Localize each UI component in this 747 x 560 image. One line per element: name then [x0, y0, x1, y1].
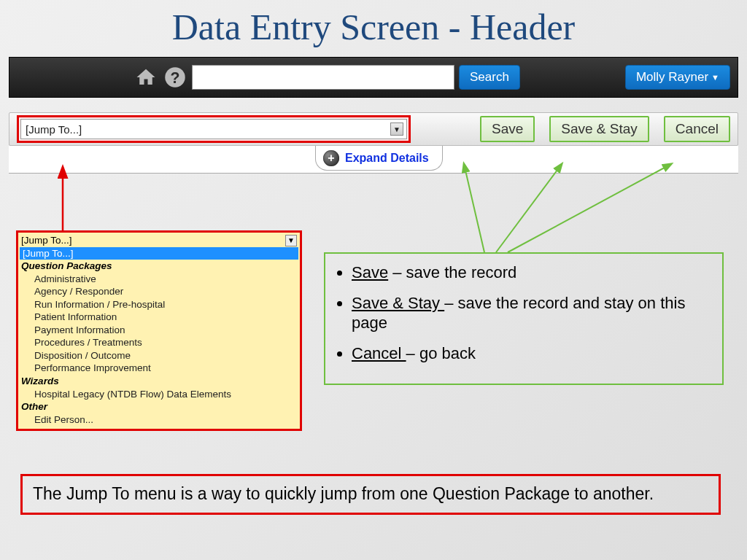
info-callout: Save – save the record Save & Stay – sav…	[324, 252, 724, 385]
slide-title: Data Entry Screen - Header	[0, 0, 747, 48]
chevron-down-icon: ▼	[285, 235, 297, 246]
svg-line-5	[508, 164, 671, 252]
dropdown-item[interactable]: Edit Person...	[20, 413, 298, 427]
jump-to-select[interactable]: [Jump To...] ▼	[20, 119, 407, 139]
dropdown-selected-item[interactable]: [Jump To...]	[20, 247, 298, 260]
info-item: Save – save the record	[352, 262, 709, 283]
jump-to-highlight: [Jump To...] ▼	[17, 115, 411, 143]
dropdown-item[interactable]: Performance Improvement	[20, 362, 298, 375]
dropdown-item[interactable]: Patient Information	[20, 311, 298, 324]
svg-text:?: ?	[171, 69, 180, 87]
dropdown-group-label: Other	[20, 400, 298, 413]
dropdown-item[interactable]: Procedures / Treatments	[20, 336, 298, 349]
expand-label: Expand Details	[345, 152, 429, 165]
dropdown-item[interactable]: Run Information / Pre-hospital	[20, 298, 298, 311]
jump-to-value: [Jump To...]	[26, 123, 82, 136]
search-input[interactable]	[192, 65, 454, 90]
dropdown-item[interactable]: Disposition / Outcome	[20, 349, 298, 362]
user-name-label: Molly Rayner	[636, 70, 708, 85]
user-menu-button[interactable]: Molly Rayner ▼	[625, 65, 730, 90]
plus-icon: +	[323, 150, 339, 166]
action-row: [Jump To...] ▼ Save Save & Stay Cancel	[9, 112, 738, 146]
dropdown-group-label: Wizards	[20, 375, 298, 388]
app-header: ? Search Molly Rayner ▼	[9, 57, 738, 98]
save-button[interactable]: Save	[480, 116, 535, 142]
info-item: Cancel – go back	[352, 343, 709, 364]
dropdown-head-label: [Jump To...]	[21, 234, 72, 247]
chevron-down-icon: ▼	[711, 73, 719, 82]
dropdown-item[interactable]: Administrative	[20, 273, 298, 286]
chevron-down-icon: ▼	[390, 122, 403, 136]
expand-details-tab[interactable]: + Expand Details	[315, 146, 443, 171]
cancel-button[interactable]: Cancel	[664, 116, 730, 142]
save-stay-button[interactable]: Save & Stay	[549, 116, 649, 142]
info-item: Save & Stay – save the record and stay o…	[352, 293, 709, 333]
footnote-box: The Jump To menu is a way to quickly jum…	[20, 474, 721, 515]
dropdown-item[interactable]: Agency / Responder	[20, 285, 298, 298]
search-button[interactable]: Search	[459, 65, 520, 90]
dropdown-group-label: Question Packages	[20, 260, 298, 273]
home-icon[interactable]	[133, 65, 158, 90]
expand-area: + Expand Details	[9, 146, 738, 174]
dropdown-item[interactable]: Payment Information	[20, 324, 298, 337]
help-icon[interactable]: ?	[163, 65, 187, 90]
dropdown-item[interactable]: Hospital Legacy (NTDB Flow) Data Element…	[20, 388, 298, 401]
svg-line-4	[496, 164, 562, 252]
svg-line-3	[464, 164, 484, 252]
jump-to-dropdown-expanded: [Jump To...] ▼ [Jump To...] Question Pac…	[16, 230, 302, 431]
